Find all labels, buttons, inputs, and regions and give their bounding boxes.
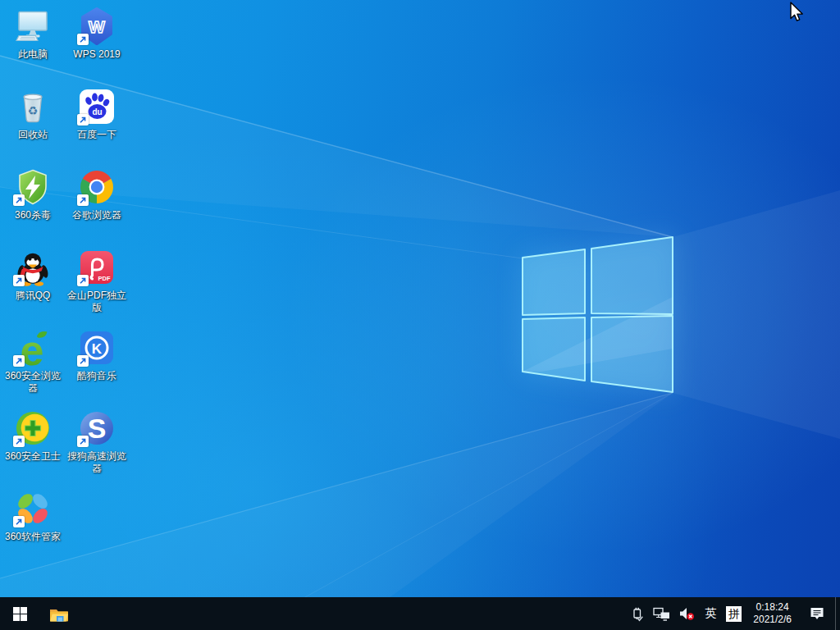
desktop-icon-360-safeguard[interactable]: 360安全卫士 [1, 409, 65, 463]
file-explorer-button[interactable] [39, 597, 79, 630]
desktop-icon-label: 360杀毒 [15, 209, 51, 221]
360-safeguard-icon [13, 409, 52, 448]
chrome-icon [77, 167, 116, 207]
ime-language-indicator[interactable]: 英 [699, 597, 722, 630]
clock-date: 2021/2/6 [753, 614, 792, 626]
sogou-browser-icon: S [77, 409, 116, 448]
desktop-icon-recycle-bin[interactable]: ♻ 回收站 [1, 87, 65, 141]
desktop-icon-baidu[interactable]: du 百度一下 [65, 87, 129, 141]
pdf-text-glyph: PDF [98, 275, 111, 282]
desktop-icon-label: 腾讯QQ [16, 290, 51, 302]
desktop-icon-label: 360安全浏览器 [1, 370, 65, 395]
kingsoft-pdf-icon: PDF [77, 248, 116, 287]
show-desktop-button[interactable] [835, 597, 840, 630]
desktop-icon-label: 谷歌浏览器 [72, 209, 121, 221]
desktop-icon-kingsoft-pdf[interactable]: PDF 金山PDF独立版 [65, 248, 129, 314]
shortcut-arrow-icon [77, 275, 89, 286]
desktop-icon-sogou[interactable]: S 搜狗高速浏览器 [65, 409, 129, 475]
this-pc-icon [13, 7, 52, 46]
shortcut-arrow-icon [13, 436, 25, 447]
windows-start-icon [13, 607, 27, 621]
desktop-icon-label: WPS 2019 [73, 48, 120, 61]
usb-tray-button[interactable] [626, 597, 649, 630]
baidu-paw-icon: du [77, 87, 116, 126]
sogou-s-glyph: S [88, 413, 107, 444]
desktop-icon-360-software-manager[interactable]: 360软件管家 [1, 489, 65, 543]
speaker-muted-icon [678, 607, 695, 621]
clock-time: 0:18:24 [756, 601, 789, 614]
shortcut-arrow-icon [13, 275, 25, 286]
start-button[interactable] [0, 597, 39, 630]
pinyin-mode-box: 拼 [726, 606, 742, 622]
desktop-icon-qq[interactable]: 腾讯QQ [1, 248, 65, 302]
kugou-k-glyph: K [92, 341, 103, 357]
volume-muted-tray-button[interactable] [674, 597, 699, 630]
desktop-icon-wps-2019[interactable]: W WPS 2019 [65, 7, 129, 61]
desktop-icon-kugou[interactable]: K 酷狗音乐 [65, 328, 129, 382]
ethernet-network-icon [653, 607, 670, 621]
wps-w-glyph: W [89, 17, 105, 36]
ime-pinyin-indicator[interactable]: 拼 [722, 597, 746, 630]
360-browser-e-icon: e [13, 328, 52, 368]
desktop-icon-label: 搜狗高速浏览器 [65, 450, 129, 475]
shortcut-arrow-icon [77, 194, 89, 206]
shortcut-arrow-icon [77, 114, 89, 126]
desktop-icon-label: 回收站 [18, 129, 48, 141]
wps-2019-icon: W [77, 7, 116, 46]
shortcut-arrow-icon [77, 355, 89, 367]
shortcut-arrow-icon [13, 516, 25, 527]
desktop[interactable]: 此电脑 W WPS 2019 ♻ 回 [0, 0, 840, 630]
desktop-icon-chrome[interactable]: 谷歌浏览器 [65, 167, 129, 221]
usb-device-icon [630, 606, 645, 622]
file-explorer-icon [49, 606, 69, 622]
desktop-icon-label: 360软件管家 [5, 531, 61, 543]
recycle-symbol-glyph: ♻ [28, 104, 39, 117]
360-software-manager-icon [13, 489, 52, 528]
network-tray-button[interactable] [649, 597, 674, 630]
recycle-bin-icon: ♻ [13, 87, 52, 126]
shortcut-arrow-icon [77, 436, 89, 447]
taskbar: 英 拼 0:18:24 2021/2/6 [0, 597, 840, 630]
baidu-du-glyph: du [92, 107, 102, 116]
shortcut-arrow-icon [13, 355, 25, 367]
desktop-icon-label: 此电脑 [18, 48, 48, 61]
action-center-icon [809, 606, 825, 621]
desktop-icon-label: 金山PDF独立版 [65, 290, 129, 314]
desktop-icon-label: 360安全卫士 [5, 450, 61, 463]
desktop-icon-this-pc[interactable]: 此电脑 [1, 7, 65, 61]
shortcut-arrow-icon [13, 194, 25, 206]
shortcut-arrow-icon [77, 34, 89, 45]
kugou-music-icon: K [77, 328, 116, 368]
desktop-icon-label: 酷狗音乐 [77, 370, 116, 382]
360-antivirus-shield-icon [13, 167, 52, 207]
action-center-button[interactable] [799, 597, 835, 630]
desktop-icon-360-browser[interactable]: e 360安全浏览器 [1, 328, 65, 395]
taskbar-clock[interactable]: 0:18:24 2021/2/6 [746, 597, 799, 630]
qq-penguin-icon [13, 248, 52, 287]
desktop-icon-360-antivirus[interactable]: 360杀毒 [1, 167, 65, 221]
desktop-icon-label: 百度一下 [77, 129, 116, 141]
